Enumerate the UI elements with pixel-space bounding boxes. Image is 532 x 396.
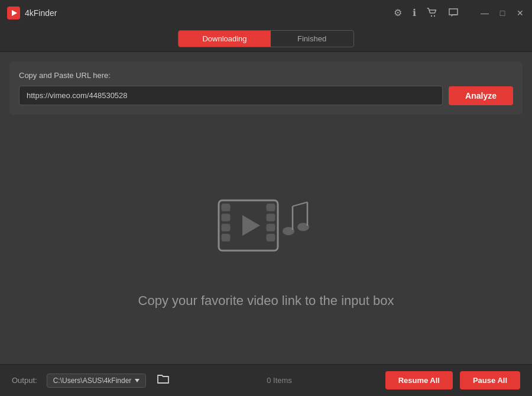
illustration [207,180,325,277]
minimize-button[interactable]: — [480,8,489,18]
url-input[interactable] [19,86,443,105]
tab-finished[interactable]: Finished [271,31,353,47]
svg-rect-5 [222,205,229,210]
svg-rect-12 [267,235,274,241]
svg-rect-11 [267,225,274,231]
maximize-button[interactable]: □ [498,8,507,18]
pause-all-button[interactable]: Pause All [460,371,520,389]
chat-icon[interactable] [448,8,459,19]
close-button[interactable]: ✕ [515,8,525,18]
window-controls: — □ ✕ [480,8,525,18]
url-row: Analyze [19,86,513,105]
main-content: Copy your favorite video link to the inp… [0,124,532,364]
svg-point-2 [431,15,432,16]
svg-rect-7 [222,225,229,231]
tab-container: Downloading Finished [178,30,353,47]
svg-point-15 [283,227,294,235]
info-icon[interactable]: ℹ [413,8,416,18]
cart-icon[interactable] [427,8,437,19]
svg-rect-6 [222,215,229,220]
analyze-button[interactable]: Analyze [449,86,513,105]
app-title: 4kFinder [25,8,394,18]
folder-open-button[interactable] [153,372,173,388]
output-path-text: C:\Users\ASUS\4kFinder [53,376,132,385]
svg-marker-13 [242,215,260,236]
bottombar: Output: C:\Users\ASUS\4kFinder 0 Items R… [0,364,532,396]
titlebar: 4kFinder ⚙ ℹ — □ ✕ [0,0,532,26]
svg-line-16 [293,202,307,206]
settings-icon[interactable]: ⚙ [394,8,402,18]
svg-point-3 [434,15,435,16]
tabbar: Downloading Finished [0,26,532,52]
dropdown-arrow-icon [135,379,140,382]
resume-all-button[interactable]: Resume All [385,371,453,389]
output-path-button[interactable]: C:\Users\ASUS\4kFinder [47,374,147,388]
svg-rect-9 [267,205,274,210]
titlebar-icons: ⚙ ℹ — □ ✕ [394,8,525,19]
svg-rect-10 [267,215,274,220]
tab-downloading[interactable]: Downloading [179,31,270,47]
items-count: 0 Items [180,376,378,385]
url-label: Copy and Paste URL here: [19,71,513,80]
svg-rect-8 [222,235,229,241]
url-section: Copy and Paste URL here: Analyze [9,61,523,115]
empty-message: Copy your favorite video link to the inp… [138,293,394,309]
output-label: Output: [12,376,37,385]
app-logo [7,7,20,20]
